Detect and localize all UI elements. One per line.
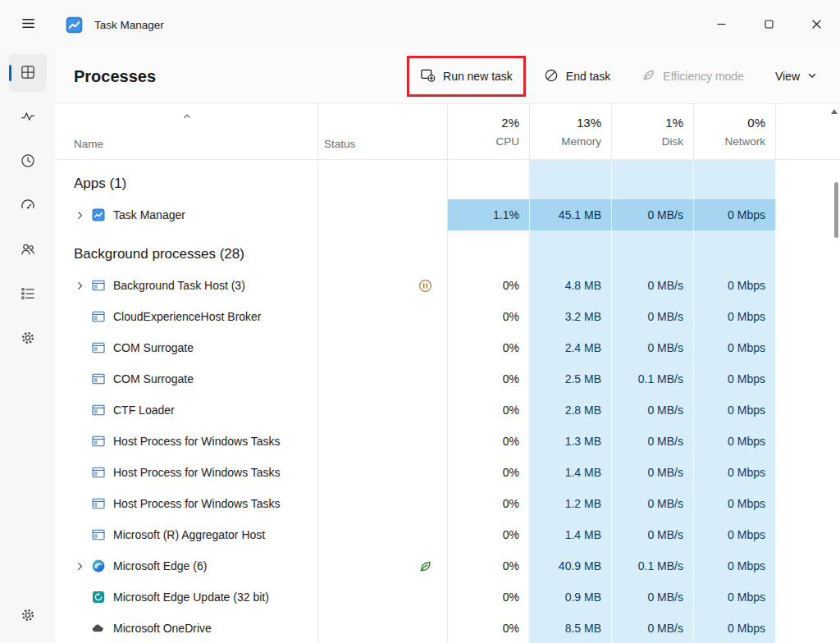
disk-cell: 0 MB/s [612,332,694,363]
network-cell: 0 Mbps [694,426,776,457]
table-row[interactable]: Task Manager1.1%45.1 MB0 MB/s0 Mbps [56,199,840,230]
minimize-button[interactable] [697,0,745,49]
sidebar-item-services[interactable] [9,320,47,358]
status-cell [318,160,448,168]
status-cell [318,332,448,363]
group-label: Background processes (28) [74,246,244,262]
column-header-disk[interactable]: 1% Disk [612,104,694,159]
group-label: Apps (1) [74,176,126,192]
memory-cell [530,160,612,168]
run-new-task-button[interactable]: Run new task [415,62,518,91]
status-cell [318,488,448,519]
sidebar-item-details[interactable] [9,276,47,313]
services-gear-icon [20,330,36,349]
name-cell [56,230,318,239]
sort-ascending-icon [182,110,192,125]
suspended-icon [418,279,432,293]
run-new-task-label: Run new task [443,70,513,83]
process-name: COM Surrogate [113,372,194,385]
table-row[interactable]: COM Surrogate0%2.5 MB0.1 MB/s0 Mbps [56,363,840,394]
disk-cell [612,160,694,168]
row-filler [776,550,840,581]
window-icon [92,528,105,541]
table-row[interactable]: CloudExperienceHost Broker0%3.2 MB0 MB/s… [56,301,840,332]
row-filler [776,519,840,550]
network-cell: 0 Mbps [694,488,776,519]
memory-cell: 4.8 MB [530,270,612,301]
table-row[interactable]: Host Process for Windows Tasks0%1.4 MB0 … [56,457,840,488]
sidebar-item-startup-apps[interactable] [9,187,47,225]
column-header-cpu[interactable]: 2% CPU [448,104,530,159]
close-button[interactable] [792,0,840,49]
column-header-network[interactable]: 0% Network [694,104,776,159]
network-cell: 0 Mbps [694,270,776,301]
cpu-cell: 0% [448,426,530,457]
cpu-cell: 0% [448,457,530,488]
table-row[interactable]: Microsoft (R) Aggregator Host0%1.4 MB0 M… [56,519,840,550]
network-cell: 0 Mbps [694,301,776,332]
name-cell: Microsoft OneDrive [56,613,318,643]
cpu-cell [448,160,530,168]
task-manager-logo-icon [66,16,83,34]
disk-column-label: Disk [662,135,683,148]
status-cell [318,168,448,199]
process-name: Host Process for Windows Tasks [113,466,281,479]
onedrive-icon [92,622,105,635]
row-filler [776,426,840,457]
status-cell [318,613,448,643]
table-row[interactable]: Microsoft Edge (6)0%40.9 MB0.1 MB/s0 Mbp… [56,550,840,581]
memory-cell: 2.8 MB [530,394,612,426]
memory-cell: 1.3 MB [530,426,612,457]
efficiency-mode-button[interactable]: Efficiency mode [637,62,749,90]
network-total-percent: 0% [747,116,765,130]
view-dropdown-button[interactable]: View [770,64,822,89]
cpu-cell [448,230,530,239]
expand-chevron-icon[interactable] [75,562,92,571]
end-task-button[interactable]: End task [539,62,615,91]
table-row[interactable]: Host Process for Windows Tasks0%1.2 MB0 … [56,488,840,519]
maximize-button[interactable] [745,0,792,49]
network-cell [694,239,776,270]
hamburger-menu-button[interactable] [0,0,56,49]
table-row[interactable]: CTF Loader0%2.8 MB0 MB/s0 Mbps [56,394,840,426]
name-cell: Apps (1) [56,168,318,199]
cpu-cell: 1.1% [448,199,530,230]
process-name: Task Manager [113,208,185,221]
table-row[interactable]: Microsoft Edge Update (32 bit)0%0.9 MB0 … [56,581,840,613]
cpu-cell: 0% [448,363,530,394]
network-cell [694,168,776,199]
column-header-name[interactable]: Name [56,104,318,159]
memory-cell: 1.4 MB [530,519,612,550]
end-task-icon [544,68,559,85]
process-name: Microsoft (R) Aggregator Host [113,528,265,541]
cpu-cell: 0% [448,332,530,363]
sidebar-item-app-history[interactable] [9,143,47,180]
disk-cell [612,168,694,199]
spacer-row [56,230,840,239]
expand-chevron-icon[interactable] [75,281,92,290]
end-task-label: End task [566,70,610,83]
toolbar: Processes Run new task End task [56,49,840,104]
scrollbar-up-arrow[interactable] [831,109,838,114]
column-header-status[interactable]: Status [318,104,448,159]
status-column-label: Status [324,138,355,150]
table-row[interactable]: Host Process for Windows Tasks0%1.3 MB0 … [56,426,840,457]
table-row[interactable]: Background Task Host (3)0%4.8 MB0 MB/s0 … [56,270,840,301]
row-filler [776,168,840,199]
window-icon [92,279,105,292]
disk-cell: 0 MB/s [612,457,694,488]
sidebar-item-settings[interactable] [9,597,47,635]
expand-chevron-icon[interactable] [75,211,92,220]
status-cell [318,199,448,230]
window-icon [92,372,105,385]
name-cell: Background processes (28) [56,239,318,270]
name-cell: COM Surrogate [56,363,318,394]
sidebar-item-performance[interactable] [9,98,47,136]
sidebar-item-processes[interactable] [9,54,47,92]
table-row[interactable]: Microsoft OneDrive0%8.5 MB0 MB/s0 Mbps [56,613,840,643]
process-name: CTF Loader [113,404,175,417]
column-header-memory[interactable]: 13% Memory [530,104,612,159]
table-row[interactable]: COM Surrogate0%2.4 MB0 MB/s0 Mbps [56,332,840,363]
scrollbar-thumb[interactable] [834,182,838,238]
sidebar-item-users[interactable] [9,231,47,269]
